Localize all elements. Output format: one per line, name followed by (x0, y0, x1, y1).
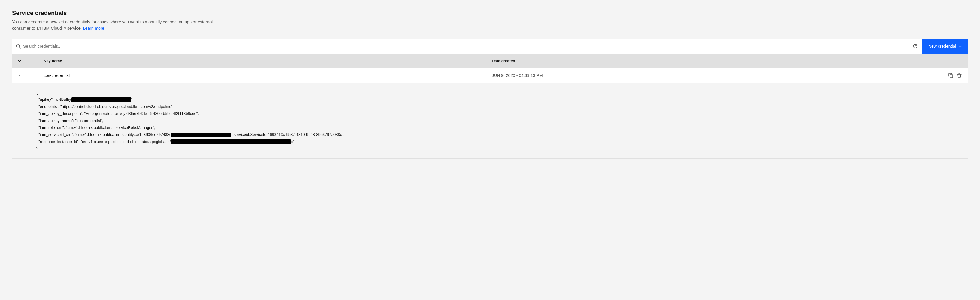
redacted-serviceid (171, 132, 231, 137)
row-checkbox-wrap[interactable] (27, 73, 41, 78)
delete-button[interactable] (956, 72, 963, 79)
svg-line-1 (19, 47, 21, 49)
json-open-brace: { (37, 89, 950, 96)
toolbar: New credential + (12, 39, 968, 54)
table-header: Key name Date created (12, 54, 968, 68)
json-iam-role-crn: "iam_role_crn": "crn:v1:bluemix:public:i… (37, 124, 950, 131)
credential-row-header: cos-credential JUN 9, 2020 - 04:39:13 PM (12, 68, 968, 83)
json-apikey: "apikey": "oNBuIhy ", (37, 96, 950, 103)
row-actions (938, 72, 968, 79)
json-iam-serviceid-crn: "iam_serviceid_crn": "crn:v1:bluemix:pub… (37, 131, 950, 138)
json-resource-instance-id: "resource_instance_id": "crn:v1:bluemix:… (37, 138, 950, 145)
page-title: Service credentials (12, 10, 968, 16)
header-expand-all[interactable] (12, 59, 27, 63)
column-key-name: Key name (41, 59, 489, 63)
json-iam-apikey-description: "iam_apikey_description": "Auto-generate… (37, 110, 950, 117)
json-close-brace: } (37, 145, 950, 152)
json-iam-apikey-name: "iam_apikey_name": "cos-credential", (37, 117, 950, 124)
credential-detail: { "apikey": "oNBuIhy ", "endpoints": "ht… (12, 83, 968, 158)
json-endpoints: "endpoints": "https://control.cloud-obje… (37, 103, 950, 110)
search-icon (16, 44, 21, 49)
detail-copy-area (952, 89, 962, 152)
plus-icon: + (958, 43, 962, 49)
page-description: You can generate a new set of credential… (12, 19, 222, 32)
credential-name: cos-credential (41, 73, 489, 78)
row-expand-chevron[interactable] (12, 73, 27, 77)
new-credential-button[interactable]: New credential + (922, 39, 968, 54)
redacted-apikey (71, 97, 131, 102)
svg-rect-2 (950, 75, 953, 78)
new-credential-label: New credential (928, 44, 956, 49)
toolbar-actions: New credential + (908, 39, 968, 54)
column-date-created: Date created (489, 59, 938, 63)
redacted-resource-instance (171, 139, 291, 144)
service-credentials-page: Service credentials You can generate a n… (0, 0, 980, 169)
refresh-button[interactable] (908, 39, 922, 54)
credentials-table: Key name Date created cos-credential JUN… (12, 54, 968, 159)
copy-button[interactable] (947, 72, 955, 79)
search-input[interactable] (23, 44, 902, 49)
learn-more-link[interactable]: Learn more (83, 26, 105, 31)
header-checkbox-wrap[interactable] (27, 59, 41, 64)
row-checkbox[interactable] (32, 73, 37, 78)
credential-date: JUN 9, 2020 - 04:39:13 PM (489, 73, 938, 78)
search-bar (12, 39, 905, 54)
select-all-checkbox[interactable] (32, 59, 37, 64)
credential-row: cos-credential JUN 9, 2020 - 04:39:13 PM (12, 68, 968, 159)
